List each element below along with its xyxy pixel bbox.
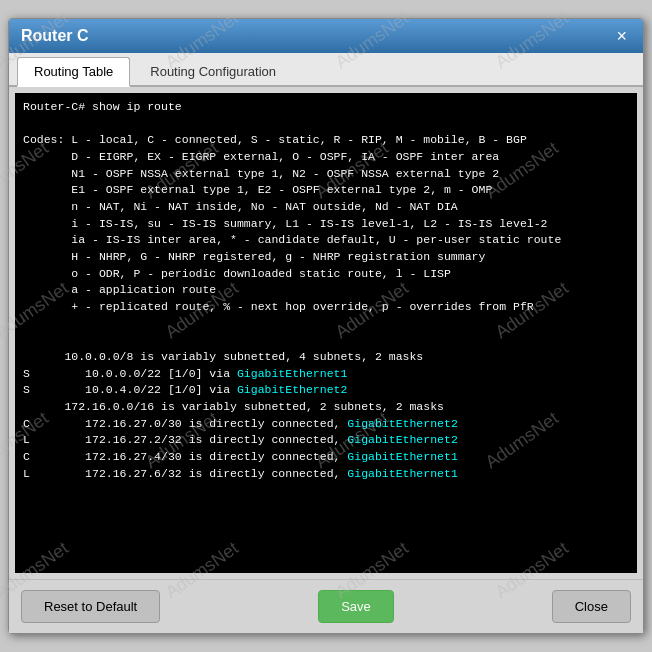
tab-routing-table[interactable]: Routing Table xyxy=(17,57,130,87)
modal-body: Router-C# show ip route Codes: L - local… xyxy=(9,87,643,579)
modal-close-button[interactable]: × xyxy=(612,27,631,45)
save-button[interactable]: Save xyxy=(318,590,394,623)
close-button[interactable]: Close xyxy=(552,590,631,623)
router-modal: AdumsNet AdumsNet AdumsNet AdumsNet Adum… xyxy=(8,18,644,634)
tab-routing-configuration[interactable]: Routing Configuration xyxy=(134,57,292,85)
terminal-output[interactable]: Router-C# show ip route Codes: L - local… xyxy=(15,93,637,573)
modal-footer: Reset to Default Save Close xyxy=(9,579,643,633)
modal-title: Router C xyxy=(21,27,89,45)
tab-bar: Routing Table Routing Configuration xyxy=(9,53,643,87)
modal-header: Router C × xyxy=(9,19,643,53)
reset-to-default-button[interactable]: Reset to Default xyxy=(21,590,160,623)
